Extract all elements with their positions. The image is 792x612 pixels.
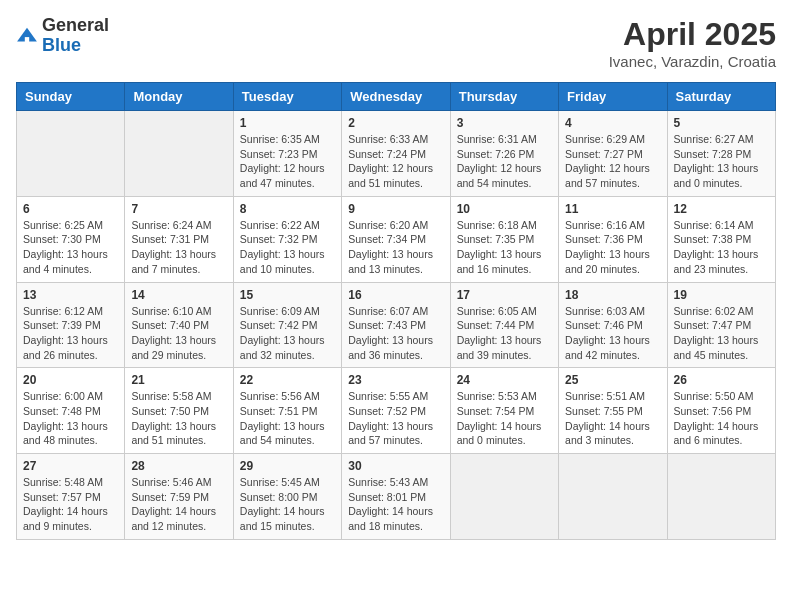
weekday-header-saturday: Saturday <box>667 83 775 111</box>
logo: General Blue <box>16 16 109 56</box>
day-info: Sunrise: 6:05 AMSunset: 7:44 PMDaylight:… <box>457 304 552 363</box>
day-number: 13 <box>23 288 118 302</box>
day-info: Sunrise: 5:55 AMSunset: 7:52 PMDaylight:… <box>348 389 443 448</box>
day-info: Sunrise: 5:51 AMSunset: 7:55 PMDaylight:… <box>565 389 660 448</box>
calendar-cell: 3Sunrise: 6:31 AMSunset: 7:26 PMDaylight… <box>450 111 558 197</box>
logo-blue-text: Blue <box>42 36 109 56</box>
day-number: 24 <box>457 373 552 387</box>
calendar-week-row: 27Sunrise: 5:48 AMSunset: 7:57 PMDayligh… <box>17 454 776 540</box>
calendar-cell <box>559 454 667 540</box>
day-number: 30 <box>348 459 443 473</box>
calendar-cell: 8Sunrise: 6:22 AMSunset: 7:32 PMDaylight… <box>233 196 341 282</box>
calendar-cell: 29Sunrise: 5:45 AMSunset: 8:00 PMDayligh… <box>233 454 341 540</box>
calendar-cell: 11Sunrise: 6:16 AMSunset: 7:36 PMDayligh… <box>559 196 667 282</box>
day-number: 3 <box>457 116 552 130</box>
day-info: Sunrise: 5:56 AMSunset: 7:51 PMDaylight:… <box>240 389 335 448</box>
day-number: 1 <box>240 116 335 130</box>
calendar-table: SundayMondayTuesdayWednesdayThursdayFrid… <box>16 82 776 540</box>
day-info: Sunrise: 6:22 AMSunset: 7:32 PMDaylight:… <box>240 218 335 277</box>
day-info: Sunrise: 6:24 AMSunset: 7:31 PMDaylight:… <box>131 218 226 277</box>
calendar-cell: 16Sunrise: 6:07 AMSunset: 7:43 PMDayligh… <box>342 282 450 368</box>
calendar-cell: 13Sunrise: 6:12 AMSunset: 7:39 PMDayligh… <box>17 282 125 368</box>
day-info: Sunrise: 6:10 AMSunset: 7:40 PMDaylight:… <box>131 304 226 363</box>
calendar-cell: 17Sunrise: 6:05 AMSunset: 7:44 PMDayligh… <box>450 282 558 368</box>
day-number: 6 <box>23 202 118 216</box>
day-number: 17 <box>457 288 552 302</box>
day-info: Sunrise: 6:16 AMSunset: 7:36 PMDaylight:… <box>565 218 660 277</box>
calendar-cell: 10Sunrise: 6:18 AMSunset: 7:35 PMDayligh… <box>450 196 558 282</box>
day-number: 16 <box>348 288 443 302</box>
day-info: Sunrise: 6:14 AMSunset: 7:38 PMDaylight:… <box>674 218 769 277</box>
calendar-title: April 2025 <box>609 16 776 53</box>
day-number: 29 <box>240 459 335 473</box>
calendar-cell: 23Sunrise: 5:55 AMSunset: 7:52 PMDayligh… <box>342 368 450 454</box>
calendar-body: 1Sunrise: 6:35 AMSunset: 7:23 PMDaylight… <box>17 111 776 540</box>
day-info: Sunrise: 6:02 AMSunset: 7:47 PMDaylight:… <box>674 304 769 363</box>
day-number: 10 <box>457 202 552 216</box>
day-number: 23 <box>348 373 443 387</box>
day-number: 9 <box>348 202 443 216</box>
day-number: 18 <box>565 288 660 302</box>
calendar-cell: 26Sunrise: 5:50 AMSunset: 7:56 PMDayligh… <box>667 368 775 454</box>
calendar-cell: 25Sunrise: 5:51 AMSunset: 7:55 PMDayligh… <box>559 368 667 454</box>
day-info: Sunrise: 6:25 AMSunset: 7:30 PMDaylight:… <box>23 218 118 277</box>
calendar-cell <box>450 454 558 540</box>
calendar-cell <box>667 454 775 540</box>
calendar-cell: 1Sunrise: 6:35 AMSunset: 7:23 PMDaylight… <box>233 111 341 197</box>
day-number: 4 <box>565 116 660 130</box>
day-number: 25 <box>565 373 660 387</box>
day-info: Sunrise: 6:33 AMSunset: 7:24 PMDaylight:… <box>348 132 443 191</box>
day-info: Sunrise: 5:48 AMSunset: 7:57 PMDaylight:… <box>23 475 118 534</box>
day-info: Sunrise: 5:58 AMSunset: 7:50 PMDaylight:… <box>131 389 226 448</box>
day-number: 15 <box>240 288 335 302</box>
weekday-header-friday: Friday <box>559 83 667 111</box>
calendar-cell: 12Sunrise: 6:14 AMSunset: 7:38 PMDayligh… <box>667 196 775 282</box>
logo-general-text: General <box>42 16 109 36</box>
weekday-header-row: SundayMondayTuesdayWednesdayThursdayFrid… <box>17 83 776 111</box>
day-info: Sunrise: 6:20 AMSunset: 7:34 PMDaylight:… <box>348 218 443 277</box>
title-area: April 2025 Ivanec, Varazdin, Croatia <box>609 16 776 70</box>
calendar-week-row: 1Sunrise: 6:35 AMSunset: 7:23 PMDaylight… <box>17 111 776 197</box>
day-info: Sunrise: 6:12 AMSunset: 7:39 PMDaylight:… <box>23 304 118 363</box>
day-info: Sunrise: 5:46 AMSunset: 7:59 PMDaylight:… <box>131 475 226 534</box>
day-info: Sunrise: 6:09 AMSunset: 7:42 PMDaylight:… <box>240 304 335 363</box>
day-number: 8 <box>240 202 335 216</box>
calendar-cell: 22Sunrise: 5:56 AMSunset: 7:51 PMDayligh… <box>233 368 341 454</box>
day-number: 14 <box>131 288 226 302</box>
calendar-cell: 24Sunrise: 5:53 AMSunset: 7:54 PMDayligh… <box>450 368 558 454</box>
day-info: Sunrise: 6:07 AMSunset: 7:43 PMDaylight:… <box>348 304 443 363</box>
calendar-cell: 5Sunrise: 6:27 AMSunset: 7:28 PMDaylight… <box>667 111 775 197</box>
day-info: Sunrise: 6:35 AMSunset: 7:23 PMDaylight:… <box>240 132 335 191</box>
calendar-cell: 28Sunrise: 5:46 AMSunset: 7:59 PMDayligh… <box>125 454 233 540</box>
day-number: 26 <box>674 373 769 387</box>
weekday-header-tuesday: Tuesday <box>233 83 341 111</box>
day-number: 28 <box>131 459 226 473</box>
day-number: 19 <box>674 288 769 302</box>
day-info: Sunrise: 5:43 AMSunset: 8:01 PMDaylight:… <box>348 475 443 534</box>
calendar-cell: 19Sunrise: 6:02 AMSunset: 7:47 PMDayligh… <box>667 282 775 368</box>
calendar-week-row: 6Sunrise: 6:25 AMSunset: 7:30 PMDaylight… <box>17 196 776 282</box>
calendar-cell: 21Sunrise: 5:58 AMSunset: 7:50 PMDayligh… <box>125 368 233 454</box>
day-number: 22 <box>240 373 335 387</box>
day-info: Sunrise: 5:50 AMSunset: 7:56 PMDaylight:… <box>674 389 769 448</box>
calendar-cell <box>125 111 233 197</box>
weekday-header-wednesday: Wednesday <box>342 83 450 111</box>
calendar-cell: 6Sunrise: 6:25 AMSunset: 7:30 PMDaylight… <box>17 196 125 282</box>
calendar-subtitle: Ivanec, Varazdin, Croatia <box>609 53 776 70</box>
day-info: Sunrise: 6:03 AMSunset: 7:46 PMDaylight:… <box>565 304 660 363</box>
calendar-cell: 15Sunrise: 6:09 AMSunset: 7:42 PMDayligh… <box>233 282 341 368</box>
day-number: 7 <box>131 202 226 216</box>
svg-rect-1 <box>25 37 29 43</box>
calendar-cell: 20Sunrise: 6:00 AMSunset: 7:48 PMDayligh… <box>17 368 125 454</box>
day-number: 5 <box>674 116 769 130</box>
day-info: Sunrise: 6:18 AMSunset: 7:35 PMDaylight:… <box>457 218 552 277</box>
day-info: Sunrise: 5:53 AMSunset: 7:54 PMDaylight:… <box>457 389 552 448</box>
calendar-cell: 30Sunrise: 5:43 AMSunset: 8:01 PMDayligh… <box>342 454 450 540</box>
calendar-header: SundayMondayTuesdayWednesdayThursdayFrid… <box>17 83 776 111</box>
calendar-week-row: 20Sunrise: 6:00 AMSunset: 7:48 PMDayligh… <box>17 368 776 454</box>
calendar-cell: 27Sunrise: 5:48 AMSunset: 7:57 PMDayligh… <box>17 454 125 540</box>
calendar-week-row: 13Sunrise: 6:12 AMSunset: 7:39 PMDayligh… <box>17 282 776 368</box>
day-number: 12 <box>674 202 769 216</box>
header: General Blue April 2025 Ivanec, Varazdin… <box>16 16 776 70</box>
calendar-cell: 14Sunrise: 6:10 AMSunset: 7:40 PMDayligh… <box>125 282 233 368</box>
